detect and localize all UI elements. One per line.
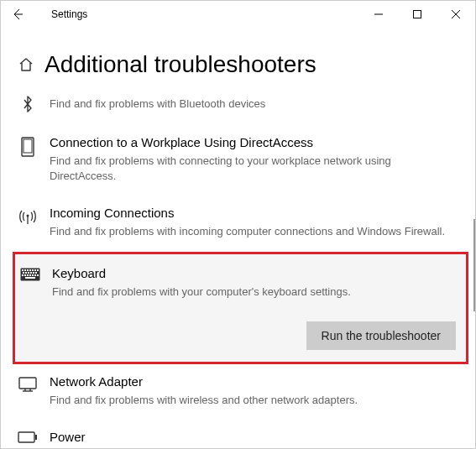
svg-rect-20 (30, 272, 32, 274)
svg-rect-6 (24, 139, 32, 153)
svg-rect-17 (23, 272, 24, 274)
svg-rect-10 (22, 269, 24, 271)
svg-rect-26 (29, 274, 31, 276)
svg-rect-25 (27, 274, 29, 276)
troubleshooter-bluetooth[interactable]: Bluetooth Find and fix problems with Blu… (18, 93, 458, 125)
run-troubleshooter-button[interactable]: Run the troubleshooter (306, 321, 456, 350)
titlebar: Settings (1, 1, 475, 28)
svg-rect-15 (34, 269, 36, 271)
svg-rect-21 (33, 272, 34, 274)
minimize-button[interactable] (359, 1, 398, 28)
antenna-icon (18, 207, 38, 226)
svg-rect-16 (37, 269, 39, 271)
maximize-button[interactable] (398, 1, 437, 28)
troubleshooter-title: Connection to a Workplace Using DirectAc… (50, 135, 458, 150)
monitor-icon (18, 137, 38, 157)
troubleshooter-desc: Find and fix problems with Bluetooth dev… (50, 97, 458, 112)
scrollbar[interactable] (473, 219, 475, 311)
battery-icon (18, 431, 38, 443)
svg-rect-35 (18, 432, 34, 442)
window-title: Settings (51, 8, 87, 20)
svg-rect-23 (22, 274, 24, 276)
svg-rect-14 (32, 269, 34, 271)
page-title: Additional troubleshooters (44, 51, 316, 78)
svg-rect-28 (34, 274, 36, 276)
troubleshooter-incoming[interactable]: Incoming Connections Find and fix proble… (18, 196, 458, 251)
home-icon[interactable] (18, 56, 34, 73)
troubleshooter-power[interactable]: Power Find and fix problems with your co… (18, 420, 458, 449)
svg-rect-13 (29, 269, 31, 271)
keyboard-icon (20, 268, 40, 300)
close-button[interactable] (437, 1, 475, 28)
svg-rect-18 (25, 272, 27, 274)
network-adapter-icon (18, 376, 38, 393)
svg-rect-19 (28, 272, 29, 274)
svg-rect-11 (24, 269, 26, 271)
troubleshooter-title: Incoming Connections (50, 206, 458, 221)
svg-rect-29 (37, 274, 39, 276)
bluetooth-icon (18, 95, 38, 113)
troubleshooter-desc: Find and fix problems with your computer… (52, 285, 456, 300)
svg-rect-12 (27, 269, 29, 271)
troubleshooter-desc: Find and fix problems with wireless and … (50, 393, 458, 408)
troubleshooter-title: Keyboard (52, 266, 456, 281)
svg-point-8 (27, 215, 29, 217)
svg-rect-22 (35, 272, 37, 274)
svg-rect-27 (32, 274, 34, 276)
troubleshooter-keyboard[interactable]: Keyboard Find and fix problems with your… (13, 252, 468, 364)
svg-rect-2 (414, 11, 421, 18)
svg-rect-24 (24, 274, 26, 276)
troubleshooter-title: Network Adapter (50, 374, 458, 389)
svg-rect-30 (25, 277, 35, 279)
troubleshooter-directaccess[interactable]: Connection to a Workplace Using DirectAc… (18, 125, 458, 196)
troubleshooter-desc: Find and fix problems with incoming comp… (50, 224, 458, 239)
back-button[interactable] (4, 1, 31, 28)
svg-rect-36 (35, 435, 37, 440)
troubleshooter-network[interactable]: Network Adapter Find and fix problems wi… (18, 364, 458, 420)
svg-rect-31 (19, 378, 36, 389)
troubleshooter-desc: Find and fix problems with connecting to… (50, 154, 458, 184)
troubleshooter-title: Power (50, 430, 458, 445)
